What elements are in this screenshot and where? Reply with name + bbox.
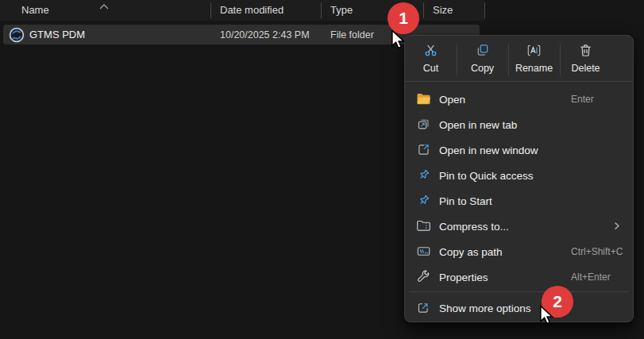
copy-label: Copy: [471, 63, 494, 74]
rename-button[interactable]: Rename: [508, 36, 560, 81]
open-new-tab-icon: [416, 117, 432, 133]
column-header-date-modified[interactable]: Date modified: [220, 4, 283, 16]
open-new-window-icon: [416, 142, 432, 158]
file-name: GTMS PDM: [29, 29, 85, 40]
menu-item-shortcut: Enter: [571, 94, 594, 105]
column-divider[interactable]: [423, 2, 424, 18]
menu-item-label: Pin to Start: [439, 195, 492, 206]
delete-icon: [578, 43, 593, 60]
menu-item-label: Open: [439, 93, 465, 105]
submenu-chevron-icon: [612, 219, 621, 233]
menu-item-shortcut: Ctrl+Shift+C: [571, 246, 623, 257]
show-more-icon: [416, 300, 432, 316]
pin-icon: [416, 193, 432, 209]
column-divider[interactable]: [484, 2, 485, 18]
open-folder-icon: [416, 91, 432, 107]
file-explorer-window: Name Date modified Type Size GTMS PDM 10…: [0, 0, 644, 339]
menu-item-pin-to-start[interactable]: Pin to Start: [405, 188, 633, 213]
column-divider[interactable]: [210, 2, 211, 18]
file-type: File folder: [330, 29, 374, 40]
zip-folder-icon: [416, 218, 432, 234]
rename-icon: [526, 43, 542, 60]
cut-icon: [423, 43, 438, 60]
menu-item-properties[interactable]: Properties Alt+Enter: [405, 264, 633, 289]
rename-label: Rename: [515, 63, 553, 74]
menu-item-label: Show more options: [439, 302, 531, 314]
menu-item-pin-to-quick-access[interactable]: Pin to Quick access: [405, 163, 633, 187]
column-header-type[interactable]: Type: [330, 4, 353, 16]
menu-item-copy-as-path[interactable]: Copy as path Ctrl+Shift+C: [405, 239, 633, 264]
sort-ascending-icon: [98, 0, 110, 13]
toolbar-divider: [457, 44, 457, 75]
delete-label: Delete: [571, 63, 600, 74]
menu-item-label: Compress to...: [439, 220, 509, 232]
wrench-icon: [416, 269, 432, 285]
cut-button[interactable]: Cut: [405, 36, 457, 81]
copy-path-icon: [416, 244, 432, 260]
cut-label: Cut: [423, 63, 438, 74]
menu-item-label: Open in new window: [439, 144, 538, 156]
menu-item-open[interactable]: Open Enter: [405, 87, 633, 111]
column-header-name[interactable]: Name: [21, 4, 49, 16]
file-date-modified: 10/20/2025 2:43 PM: [220, 29, 310, 40]
column-divider[interactable]: [321, 2, 322, 18]
copy-button[interactable]: Copy: [457, 36, 508, 81]
menu-separator: [405, 81, 633, 82]
toolbar-divider: [560, 44, 561, 75]
mouse-cursor-icon: [391, 29, 406, 53]
menu-item-compress-to[interactable]: Compress to...: [405, 214, 633, 238]
menu-item-label: Properties: [439, 271, 488, 283]
menu-item-open-in-new-window[interactable]: Open in new window: [405, 137, 633, 162]
menu-item-shortcut: Alt+Enter: [571, 272, 611, 283]
context-menu-toolbar: Cut Copy: [405, 36, 633, 81]
menu-item-label: Open in new tab: [439, 118, 517, 130]
menu-item-label: Pin to Quick access: [439, 169, 534, 181]
pin-icon: [416, 168, 432, 183]
menu-separator: [409, 291, 629, 292]
menu-item-open-in-new-tab[interactable]: Open in new tab: [405, 112, 633, 137]
mouse-cursor-icon: [539, 305, 554, 329]
toolbar-divider: [508, 44, 509, 75]
menu-item-label: Copy as path: [439, 245, 503, 257]
badge-number: 1: [399, 9, 408, 28]
copy-icon: [475, 43, 490, 60]
column-header-size[interactable]: Size: [433, 4, 453, 16]
pdm-sync-folder-icon: [9, 27, 25, 46]
menu-item-show-more-options[interactable]: Show more options: [405, 295, 633, 321]
context-menu: Cut Copy: [404, 35, 634, 322]
delete-button[interactable]: Delete: [560, 36, 611, 81]
